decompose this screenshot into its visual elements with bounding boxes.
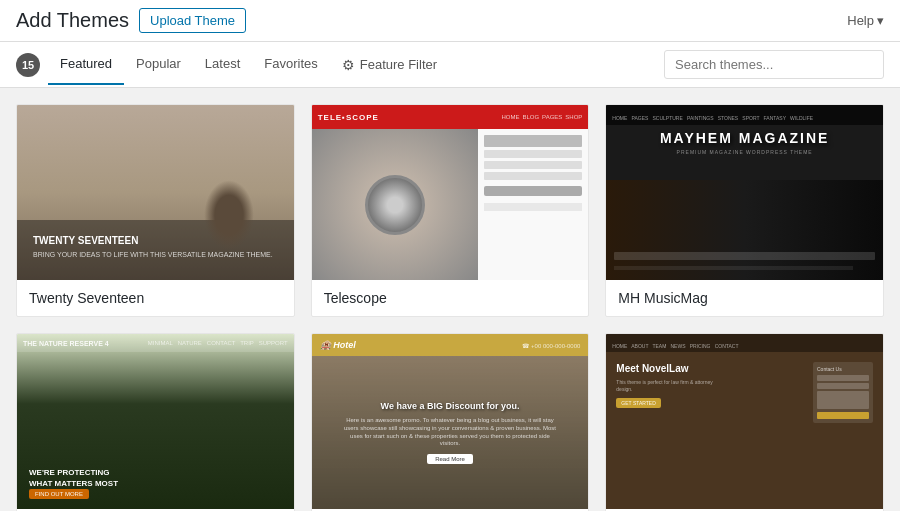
mayhem-content-bar2: [614, 266, 853, 270]
tab-latest[interactable]: Latest: [193, 44, 252, 85]
theme-card-mh-musicmag[interactable]: HOME PAGES SCULPTURE PAINTINGS STONES SP…: [605, 104, 884, 317]
theme-screenshot: 🏨 Hotel ☎ +00 000-000-0000 We have a BIG…: [312, 334, 589, 509]
novellaw-body: Meet NovelLaw This theme is perfect for …: [606, 352, 883, 433]
novellaw-main: Meet NovelLaw This theme is perfect for …: [616, 362, 805, 423]
novellaw-nav: HOME ABOUT TEAM NEWS PRICING CONTACT: [612, 336, 738, 351]
theme-card-novellaw[interactable]: HOME ABOUT TEAM NEWS PRICING CONTACT Mee…: [605, 333, 884, 511]
mayhem-content-bar: [614, 252, 875, 260]
novellaw-cta-button: GET STARTED: [616, 398, 660, 408]
nature-preview-text: WE'RE PROTECTINGWHAT MATTERS MOST: [29, 467, 118, 489]
novellaw-email-field: [817, 383, 869, 389]
mayhem-nav: HOME PAGES SCULPTURE PAINTINGS STONES SP…: [612, 108, 813, 123]
filter-left: 15 Featured Popular Latest Favorites ⚙ F…: [16, 44, 449, 85]
telescope-nav: HOMEBLOGPAGESSHOP: [501, 114, 582, 120]
top-bar: Add Themes Upload Theme Help ▾: [0, 0, 900, 42]
upload-theme-button[interactable]: Upload Theme: [139, 8, 246, 33]
page-title: Add Themes: [16, 9, 129, 32]
nature-logo: THE NATURE RESERVE 4: [23, 340, 109, 347]
theme-screenshot: TELE▪SCOPE HOMEBLOGPAGESSHOP ›: [312, 105, 589, 280]
hotel-read-more-button: Read More: [427, 454, 473, 464]
help-label: Help: [847, 13, 874, 28]
filter-bar: 15 Featured Popular Latest Favorites ⚙ F…: [0, 42, 900, 88]
filter-right: [664, 42, 884, 87]
help-button[interactable]: Help ▾: [847, 13, 884, 28]
mayhem-body: [606, 180, 883, 280]
nature-cta-button: FIND OUT MORE: [29, 489, 89, 499]
theme-card-twenty-seventeen[interactable]: TWENTY SEVENTEEN Bring your ideas to lif…: [16, 104, 295, 317]
theme-screenshot: HOME PAGES SCULPTURE PAINTINGS STONES SP…: [606, 105, 883, 280]
theme-screenshot: TWENTY SEVENTEEN Bring your ideas to lif…: [17, 105, 294, 280]
telescope-logo: TELE▪SCOPE: [318, 113, 379, 122]
feature-filter-toggle[interactable]: ⚙ Feature Filter: [330, 45, 449, 85]
hotel-body: We have a BIG Discount for you. Here is …: [312, 356, 589, 509]
novellaw-header: HOME ABOUT TEAM NEWS PRICING CONTACT: [606, 334, 883, 352]
tab-featured[interactable]: Featured: [48, 44, 124, 85]
top-bar-left: Add Themes Upload Theme: [16, 8, 246, 33]
sidebar-item: [484, 135, 583, 147]
hotel-header: 🏨 Hotel ☎ +00 000-000-0000: [312, 334, 589, 356]
tab-popular[interactable]: Popular: [124, 44, 193, 85]
novellaw-title: Meet NovelLaw: [616, 362, 805, 375]
tab-favorites[interactable]: Favorites: [252, 44, 329, 85]
hotel-subtext: Here is an awesome promo. To whatever be…: [339, 417, 560, 448]
hotel-logo: 🏨 Hotel: [320, 340, 356, 350]
theme-name: Telescope: [312, 280, 589, 316]
search-input[interactable]: [664, 50, 884, 79]
theme-name: Twenty Seventeen: [17, 280, 294, 316]
sidebar-item: [484, 150, 583, 158]
theme-card-hotel[interactable]: 🏨 Hotel ☎ +00 000-000-0000 We have a BIG…: [311, 333, 590, 511]
theme-screenshot: HOME ABOUT TEAM NEWS PRICING CONTACT Mee…: [606, 334, 883, 509]
themes-grid: TWENTY SEVENTEEN Bring your ideas to lif…: [0, 88, 900, 511]
mayhem-preview-subtitle: PREMIUM MAGAZINE WORDPRESS THEME: [606, 149, 883, 155]
car-emblem: [365, 175, 425, 235]
telescope-header: TELE▪SCOPE HOMEBLOGPAGESSHOP: [312, 105, 589, 129]
nature-nav: MINIMAL NATURE CONTACT TRIP SUPPORT: [148, 340, 288, 346]
novellaw-desc: This theme is perfect for law firm & att…: [616, 379, 805, 393]
theme-name: MH MusicMag: [606, 280, 883, 316]
nature-header-bar: THE NATURE RESERVE 4 MINIMAL NATURE CONT…: [17, 334, 294, 352]
hotel-headline: We have a BIG Discount for you.: [381, 401, 520, 411]
theme-card-nature-reserve[interactable]: THE NATURE RESERVE 4 MINIMAL NATURE CONT…: [16, 333, 295, 511]
telescope-body: [312, 129, 589, 280]
mayhem-preview-title: MAYHEM MAGAZINE: [606, 130, 883, 146]
novellaw-name-field: [817, 375, 869, 381]
theme-preview-text: TWENTY SEVENTEEN Bring your ideas to lif…: [33, 234, 273, 260]
gear-icon: ⚙: [342, 57, 355, 73]
theme-count-badge: 15: [16, 53, 40, 77]
theme-screenshot: THE NATURE RESERVE 4 MINIMAL NATURE CONT…: [17, 334, 294, 509]
hotel-contact: ☎ +00 000-000-0000: [522, 342, 580, 349]
theme-card-telescope[interactable]: TELE▪SCOPE HOMEBLOGPAGESSHOP ›: [311, 104, 590, 317]
chevron-down-icon: ▾: [877, 13, 884, 28]
novellaw-contact-title: Contact Us: [817, 366, 869, 372]
feature-filter-label: Feature Filter: [360, 57, 437, 72]
sidebar-item: [484, 161, 583, 169]
mayhem-header: HOME PAGES SCULPTURE PAINTINGS STONES SP…: [606, 105, 883, 125]
